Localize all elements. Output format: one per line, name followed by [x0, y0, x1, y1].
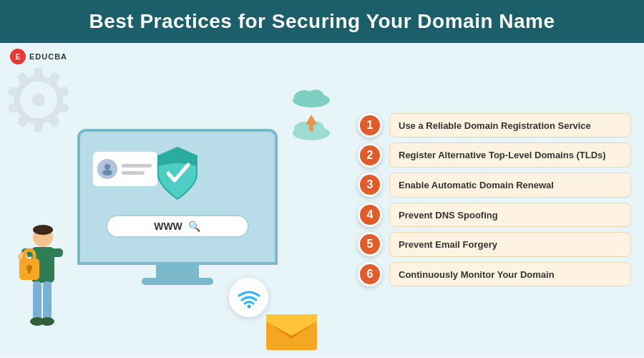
gear-decoration: ⚙ [0, 57, 77, 143]
svg-marker-22 [306, 115, 317, 125]
practice-number-2: 2 [358, 143, 382, 168]
cloud-item-1 [290, 86, 333, 109]
practice-item-2: 2Register Alternative Top-Level Domains … [358, 142, 631, 168]
id-lines [122, 164, 152, 175]
shield-icon-wrap [152, 145, 203, 205]
monitor-stand [156, 265, 199, 278]
practices-list: 1Use a Reliable Domain Registration Serv… [358, 113, 631, 286]
practice-item-3: 3Enable Automatic Domain Renewal [358, 173, 631, 198]
practice-item-4: 4Prevent DNS Spoofing [358, 203, 631, 228]
id-avatar-icon [97, 159, 117, 179]
svg-rect-23 [309, 124, 313, 131]
monitor: WWW 🔍 [77, 129, 278, 265]
practice-number-5: 5 [358, 232, 382, 256]
practice-number-3: 3 [358, 173, 382, 197]
logo-text: EDUCBA [29, 52, 67, 61]
www-bar: WWW 🔍 [106, 215, 249, 238]
svg-rect-10 [33, 281, 42, 321]
practice-text-3: Enable Automatic Domain Renewal [399, 180, 554, 190]
practice-text-box-6: Continuously Monitor Your Domain [389, 262, 631, 287]
practice-text-1: Use a Reliable Domain Registration Servi… [399, 120, 591, 131]
svg-rect-11 [43, 281, 52, 321]
svg-point-15 [102, 170, 112, 175]
practice-text-4: Prevent DNS Spoofing [399, 210, 498, 221]
practice-text-box-2: Register Alternative Top-Level Domains (… [389, 142, 631, 168]
right-panel: 1Use a Reliable Domain Registration Serv… [354, 43, 644, 357]
practice-text-6: Continuously Monitor Your Domain [399, 269, 555, 280]
page-title: Best Practices for Securing Your Domain … [14, 10, 630, 33]
practice-number-1: 1 [358, 113, 382, 137]
person-illustration [16, 221, 69, 346]
wifi-icon [229, 278, 268, 317]
practice-text-box-1: Use a Reliable Domain Registration Servi… [389, 113, 631, 138]
cloud-area [290, 86, 333, 142]
svg-point-14 [104, 164, 110, 170]
svg-point-13 [40, 317, 54, 326]
practice-text-2: Register Alternative Top-Level Domains (… [399, 150, 606, 160]
svg-rect-9 [28, 268, 31, 274]
practice-item-5: 5Prevent Email Forgery [358, 232, 631, 257]
left-panel: E EDUCBA ⚙ [0, 43, 354, 357]
practice-item-6: 6Continuously Monitor Your Domain [358, 262, 631, 287]
practice-text-box-4: Prevent DNS Spoofing [389, 203, 631, 228]
logo-icon: E [10, 49, 26, 64]
cloud-upload [290, 113, 333, 142]
envelope-icon [265, 309, 315, 348]
practice-number-6: 6 [358, 262, 382, 286]
practice-text-box-5: Prevent Email Forgery [389, 232, 631, 257]
practice-item-1: 1Use a Reliable Domain Registration Serv… [358, 113, 631, 138]
practice-text-box-3: Enable Automatic Domain Renewal [389, 173, 631, 198]
svg-rect-4 [52, 248, 63, 257]
monitor-wrapper: WWW 🔍 [77, 129, 278, 285]
practice-text-5: Prevent Email Forgery [399, 239, 497, 250]
monitor-search-icon: 🔍 [188, 221, 200, 232]
monitor-base [142, 278, 213, 285]
practice-number-4: 4 [358, 203, 382, 227]
id-card [93, 152, 157, 186]
www-text: WWW [154, 221, 182, 232]
svg-point-1 [33, 225, 53, 235]
svg-point-18 [307, 90, 324, 102]
main-content: E EDUCBA ⚙ [0, 43, 644, 357]
logo-area: E EDUCBA [10, 49, 67, 64]
page-header: Best Practices for Securing Your Domain … [0, 0, 644, 43]
svg-point-27 [247, 304, 250, 308]
